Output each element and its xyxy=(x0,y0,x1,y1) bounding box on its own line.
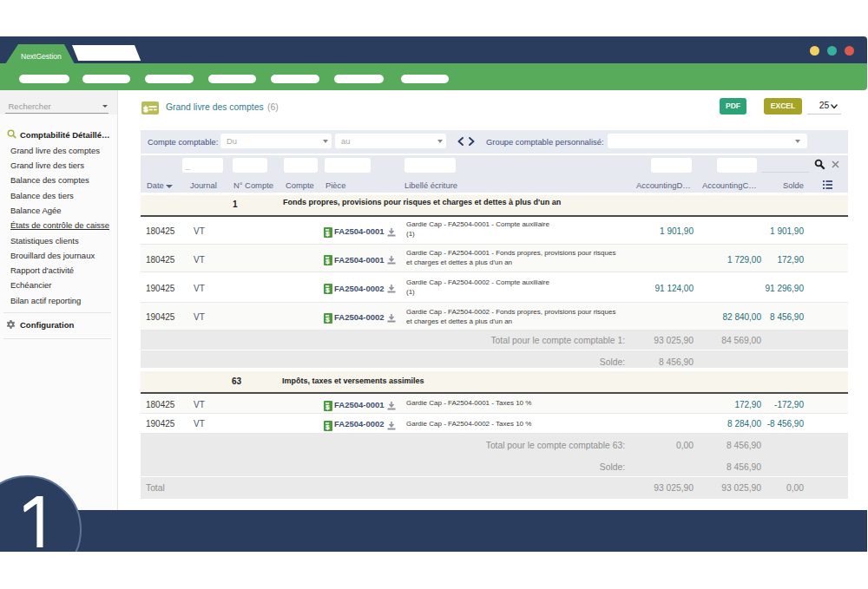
svg-text:$: $ xyxy=(143,104,148,114)
